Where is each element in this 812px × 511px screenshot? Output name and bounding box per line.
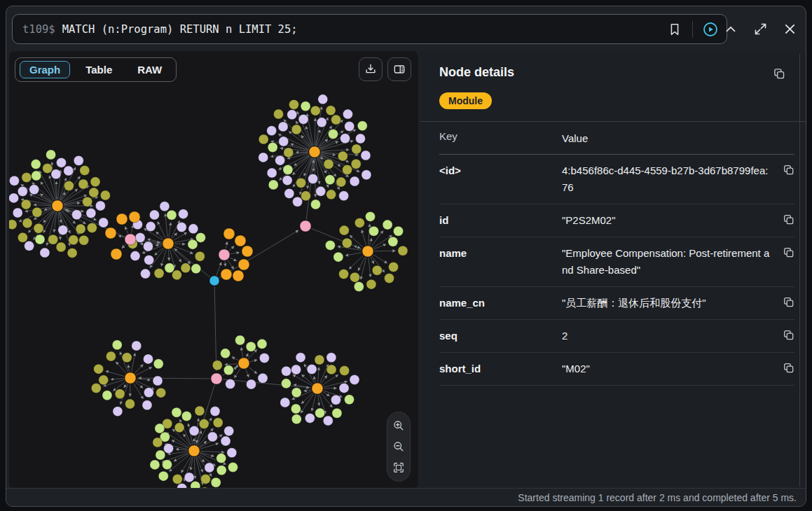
- node-details-panel: Node details Module Key Value <id> 4:b45…: [420, 51, 806, 489]
- table-row: <id> 4:b456f86c-d445-4559-b27b-3d67b8799…: [439, 155, 794, 204]
- zoom-in-button[interactable]: [390, 416, 408, 435]
- fullscreen-button[interactable]: [750, 19, 771, 40]
- table-row: seq 2: [439, 320, 794, 353]
- tab-raw[interactable]: RAW: [128, 61, 172, 78]
- collapse-card-button[interactable]: [720, 19, 741, 40]
- result-view-tabs: Graph Table RAW: [15, 57, 177, 82]
- table-row: name "Employee Compensation: Post-retire…: [439, 237, 794, 287]
- node-details-title: Node details: [439, 65, 514, 80]
- divider: [692, 21, 693, 38]
- copy-icon: [783, 296, 794, 308]
- property-value: "P2S2M02": [562, 212, 773, 229]
- property-key: name_cn: [439, 295, 562, 312]
- copy-value-button[interactable]: [773, 162, 794, 176]
- chevron-up-icon: [723, 22, 738, 37]
- zoom-fit-button[interactable]: [390, 458, 408, 477]
- property-value: 4:b456f86c-d445-4559-b27b-3d67b8799fea:7…: [562, 162, 773, 196]
- tab-graph[interactable]: Graph: [20, 61, 70, 78]
- key-column-header: Key: [439, 130, 562, 147]
- zoom-out-icon: [392, 440, 406, 454]
- copy-node-button[interactable]: [771, 65, 787, 82]
- property-value: "M02": [562, 360, 773, 377]
- node-label-badge[interactable]: Module: [439, 92, 492, 109]
- zoom-in-icon: [392, 419, 406, 433]
- property-key: id: [439, 212, 562, 229]
- copy-icon: [783, 214, 794, 225]
- graph-panel: Graph Table RAW: [9, 51, 418, 489]
- close-card-button[interactable]: [779, 19, 800, 40]
- copy-value-button[interactable]: [773, 212, 794, 225]
- scrollbar[interactable]: [799, 54, 800, 486]
- property-key: <id>: [439, 162, 562, 179]
- download-icon: [364, 62, 378, 76]
- zoom-out-button[interactable]: [390, 438, 408, 456]
- property-key: name: [439, 245, 562, 262]
- copy-value-button[interactable]: [773, 245, 794, 258]
- download-button[interactable]: [359, 57, 383, 81]
- copy-icon: [783, 362, 794, 374]
- copy-value-button[interactable]: [773, 295, 794, 308]
- run-query-button[interactable]: [700, 19, 721, 40]
- panel-right-icon: [392, 62, 406, 76]
- properties-table: Key Value <id> 4:b456f86c-d445-4559-b27b…: [420, 122, 806, 386]
- query-result-frame: t109$ MATCH (n:Program) RETURN n LIMIT 2…: [6, 6, 806, 507]
- tab-table[interactable]: Table: [76, 61, 122, 78]
- query-prompt: t109$: [22, 23, 55, 36]
- expand-icon: [753, 22, 768, 36]
- copy-value-button[interactable]: [773, 328, 794, 341]
- play-circle-icon: [702, 21, 719, 38]
- graph-canvas[interactable]: [9, 51, 418, 489]
- side-panel-toggle-button[interactable]: [387, 57, 411, 81]
- property-key: short_id: [439, 360, 562, 377]
- value-column-header: Value: [562, 130, 773, 147]
- bookmark-button[interactable]: [664, 19, 685, 40]
- copy-icon: [783, 164, 794, 176]
- fit-screen-icon: [392, 461, 406, 475]
- status-text: Started streaming 1 record after 2 ms an…: [518, 492, 797, 503]
- copy-icon: [783, 329, 794, 341]
- copy-icon: [783, 246, 794, 258]
- property-value: "员工薪酬：退休后和股份支付": [562, 295, 773, 312]
- query-editor[interactable]: t109$ MATCH (n:Program) RETURN n LIMIT 2…: [12, 14, 727, 44]
- table-row: id "P2S2M02": [439, 204, 794, 237]
- property-value: "Employee Compensation: Post-retirement …: [562, 245, 773, 279]
- zoom-controls: [387, 412, 411, 482]
- status-bar: Started streaming 1 record after 2 ms an…: [6, 488, 806, 506]
- query-input[interactable]: MATCH (n:Program) RETURN n LIMIT 25;: [62, 23, 664, 36]
- table-row: name_cn "员工薪酬：退休后和股份支付": [439, 287, 794, 320]
- table-row: short_id "M02": [439, 353, 794, 386]
- copy-icon: [773, 67, 785, 80]
- property-key: seq: [439, 328, 562, 344]
- bookmark-icon: [667, 22, 682, 37]
- close-icon: [783, 22, 797, 36]
- property-value: 2: [562, 328, 773, 344]
- copy-value-button[interactable]: [773, 360, 794, 374]
